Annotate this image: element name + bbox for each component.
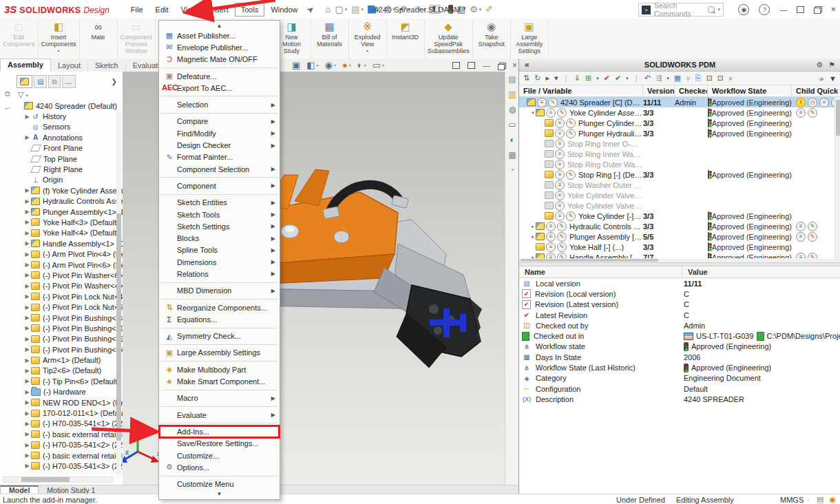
view-settings-icon[interactable]: ▭▾ <box>372 60 384 70</box>
menu-item-options[interactable]: ⚙Options... <box>159 461 280 473</box>
ribbon-button-instant3d[interactable]: ◩Instant3D <box>387 19 425 59</box>
print-icon[interactable]: ⎙▾ <box>384 4 395 15</box>
tree-item[interactable]: Front Plane <box>17 143 123 154</box>
ribbon-button-exploded-view[interactable]: ※Exploded View▾ <box>349 19 387 59</box>
menubar-item-file[interactable]: File <box>125 3 149 17</box>
menu-badge-icon[interactable]: ≡ <box>796 232 806 242</box>
menu-badge-icon[interactable]: ≡ <box>555 191 565 200</box>
user-account-icon[interactable]: ◉ <box>738 4 749 15</box>
pdm-property-row[interactable]: ▦Days In State2006 <box>519 352 840 362</box>
pdm-row[interactable]: ≡✎4240 Spreader [C] (Default)11/11AdminA… <box>519 97 840 107</box>
status-units-caret[interactable]: · <box>807 496 810 504</box>
tree-item[interactable]: ▶(-) Tip Pin<6> (Default) <box>17 376 123 386</box>
preview-icon[interactable]: ⎘ <box>695 74 702 83</box>
expand-arrow-icon[interactable]: ▶ <box>23 198 31 204</box>
tree-item[interactable]: ▶(-) H70-035-541<2> (22 <box>17 440 123 450</box>
ribbon-button-bill-of-materials[interactable]: ▦Bill of Materials <box>311 19 349 59</box>
check-in-icon[interactable]: ✔ <box>615 74 621 83</box>
pdm-row[interactable]: ≡Yoke Cylinder Valve Grub ... <box>519 200 840 211</box>
expand-arrow-icon[interactable]: ▶ <box>23 230 31 236</box>
open-dialog2-icon[interactable]: ⊡ <box>717 74 724 83</box>
restore-button[interactable] <box>814 6 821 12</box>
tree-item[interactable]: ▶AAnnotations <box>17 132 123 143</box>
pdm-pin-icon[interactable]: ⚑ <box>828 61 835 70</box>
menu-item-sketch-entities[interactable]: Sketch Entities▶ <box>159 197 280 209</box>
pencil-badge-icon[interactable]: ✎ <box>557 232 567 242</box>
expand-arrow-icon[interactable]: ▶ <box>23 251 31 258</box>
menu-item-design-checker[interactable]: Design Checker▶ <box>159 139 280 151</box>
search-icon[interactable]: ⌕ <box>728 74 733 83</box>
expand-arrow-icon[interactable]: ▶ <box>23 209 31 215</box>
menu-item-make-multibody-part[interactable]: ◈Make Multibody Part <box>159 364 280 375</box>
search-icon[interactable] <box>708 6 715 13</box>
search-caret-icon[interactable]: ▾ <box>717 7 720 12</box>
warning-icon[interactable]: ! <box>796 98 806 107</box>
tree-item[interactable]: ▶(-) Pivot Pin Bushing<10 <box>17 323 123 333</box>
tree-horizontal-scrollbar[interactable] <box>3 476 113 483</box>
tree-item[interactable]: ▶170-012-011<1> (Defau <box>17 408 123 418</box>
ribbon-button-take-snapshot[interactable]: ◉Take Snapshot <box>473 19 511 59</box>
tree-item[interactable]: ▶(-) Pivot Pin Lock Nut<4 <box>17 291 123 302</box>
doc-next-icon[interactable] <box>468 62 475 69</box>
pdm-more-icon[interactable]: » <box>819 74 823 83</box>
menu-item-equations[interactable]: ΣEquations... <box>159 313 280 325</box>
pdm-row[interactable]: ≡✎Yoke Half [-] (...)3/3Approved (Engine… <box>519 242 840 252</box>
expand-arrow-icon[interactable]: ▶ <box>23 442 31 448</box>
measure-icon[interactable]: ✐ <box>485 4 493 14</box>
tree-item[interactable]: ⊥Origin <box>17 175 123 185</box>
tree-item[interactable]: ▶(-) Hardware <box>17 387 123 397</box>
apply-scene-icon[interactable]: ◐▾ <box>357 60 366 70</box>
pdm-property-row[interactable]: Checked out inUS-LT-T01-G039C:\PDM\Desig… <box>519 330 840 341</box>
expand-arrow-icon[interactable]: ▶ <box>23 304 31 311</box>
pdm-property-row[interactable]: ✔Revision (Local version)C <box>519 288 840 299</box>
menu-item-format-painter[interactable]: ✎Format Painter... <box>159 151 280 163</box>
design-library-icon[interactable]: ▥ <box>505 87 519 102</box>
file-card-icon[interactable]: ▦ <box>674 74 681 83</box>
menu-badge-icon[interactable]: ≡ <box>796 253 806 259</box>
expand-arrow-icon[interactable]: ▶ <box>23 368 31 374</box>
menu-item-blocks[interactable]: Blocks▶ <box>159 232 280 244</box>
dock-button[interactable] <box>797 6 804 13</box>
pdm-row[interactable]: ≡Stop Ring Inner O-Ring <box>519 138 840 149</box>
tree-item[interactable]: Top Plane <box>17 154 123 164</box>
status-units[interactable]: MMGS <box>780 496 804 504</box>
tree-item[interactable]: ▶(-) Pivot Pin Bushing<13 <box>17 334 123 344</box>
check-in-out-icon[interactable]: ⇅ <box>523 74 529 83</box>
pdm-column-workflow-state[interactable]: Workflow State <box>708 85 792 96</box>
expand-panel-icon[interactable]: ❯ <box>112 78 117 85</box>
pdm-row[interactable]: ≡✎Plunger Hydraulic Inlet ..3/3Approved … <box>519 128 840 138</box>
pdm-props-column-name[interactable]: Name <box>519 266 682 277</box>
save-icon[interactable]: ▾ <box>368 6 380 14</box>
rail-assembly-icon[interactable]: ⧉ <box>5 90 10 98</box>
tab-propertymanager[interactable]: ▤ <box>34 75 47 88</box>
pdm-row[interactable]: ≡Stop Washer Outer O-Ring <box>519 180 840 190</box>
expand-arrow-icon[interactable]: ▶ <box>23 219 31 225</box>
new-document-icon[interactable]: ▢▾ <box>335 4 347 14</box>
expand-arrow-icon[interactable]: ▶ <box>23 315 31 321</box>
pdm-options-gear-icon[interactable]: ⚙ <box>816 61 823 70</box>
ribbon-button-large-assembly-settings[interactable]: ▣Large Assembly Settings <box>511 19 549 59</box>
tab-assembly[interactable]: Assembly <box>0 59 51 72</box>
menu-item-evaluate[interactable]: Evaluate▶ <box>159 409 280 421</box>
hide-show-items-icon[interactable]: ◉▾ <box>325 60 336 70</box>
pencil-badge-icon[interactable]: ✎ <box>566 211 576 221</box>
menu-item-sketch-settings[interactable]: Sketch Settings▶ <box>159 220 280 232</box>
menu-badge-icon[interactable]: ≡ <box>555 170 565 180</box>
pdm-row[interactable]: ▾≡✎Yoke Cylinder Assembly [-]3/3Approved… <box>519 107 840 118</box>
edit-appearance-icon[interactable]: ●▾ <box>342 60 351 70</box>
tree-item[interactable]: ▶Yoke Half<4> (Default) <box>17 228 123 238</box>
menu-item-spline-tools[interactable]: Spline Tools▶ <box>159 244 280 256</box>
pdm-row[interactable]: ≡Stop Ring Inner Washer <box>519 149 840 159</box>
pdm-property-row[interactable]: ⌐ConfigurationDefault <box>519 384 840 394</box>
menu-badge-icon[interactable]: ≡ <box>555 139 565 149</box>
pencil-badge-icon[interactable]: ✎ <box>566 170 576 180</box>
tree-item[interactable]: ▶(-) basic external retainin <box>17 429 123 439</box>
tree-item[interactable]: Right Plane <box>17 164 123 174</box>
more-icon[interactable]: ▾ <box>554 74 558 83</box>
zoom-fit-icon[interactable]: ▣ <box>292 60 300 70</box>
pdm-property-row[interactable]: ◈CategoryEngineering Document <box>519 373 840 384</box>
ribbon-button-update-speedpak-subassemblies[interactable]: ◆Update SpeedPak Subassemblies <box>425 19 473 59</box>
get-latest-icon[interactable]: ⇓ <box>574 74 580 83</box>
menu-item-compare[interactable]: Compare▶ <box>159 116 280 127</box>
undo-icon[interactable]: ↶▾ <box>399 4 410 14</box>
